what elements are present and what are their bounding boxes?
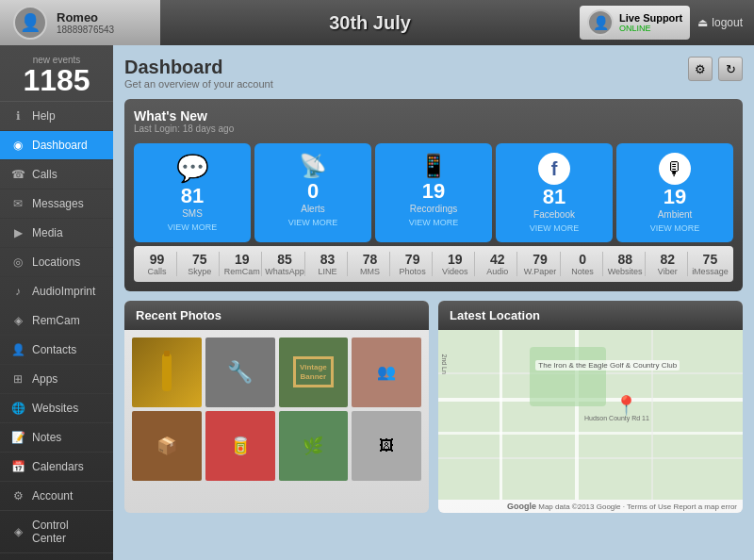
sidebar-label-audioimprint: AudioImprint bbox=[32, 285, 95, 298]
mini-stat-label: Videos bbox=[435, 267, 474, 276]
mini-stat-calls[interactable]: 99 Calls bbox=[138, 252, 177, 276]
recent-photos-panel: Recent Photos 🔧 VintageBanner � bbox=[124, 301, 429, 513]
photo-thumb[interactable]: 👥 bbox=[352, 338, 421, 407]
sidebar-label-remcam: RemCam bbox=[32, 314, 80, 327]
google-logo: Google bbox=[507, 502, 536, 511]
stat-number-facebook: 81 bbox=[543, 187, 566, 207]
mini-stat-number: 79 bbox=[393, 252, 432, 267]
sidebar-label-websites: Websites bbox=[32, 402, 78, 415]
photo-thumb[interactable]: 🖼 bbox=[352, 411, 421, 481]
live-support-badge[interactable]: 👤 Live Support ONLINE bbox=[580, 6, 690, 40]
mini-stat-label: LINE bbox=[308, 267, 347, 276]
mini-stat-photos[interactable]: 79 Photos bbox=[393, 252, 433, 276]
sidebar-item-messages[interactable]: ✉Messages bbox=[0, 189, 113, 219]
stat-label-sms: SMS bbox=[182, 208, 203, 219]
phone-icon: 📱 bbox=[419, 153, 448, 179]
photo-thumb[interactable]: VintageBanner bbox=[279, 338, 349, 407]
map-footer: Google Map data ©2013 Google · Terms of … bbox=[438, 500, 743, 513]
view-more-alerts[interactable]: VIEW MORE bbox=[288, 218, 338, 227]
mini-stat-number: 85 bbox=[265, 252, 304, 267]
stat-number-sms: 81 bbox=[181, 186, 204, 206]
photo-thumb[interactable]: 🥫 bbox=[205, 411, 275, 481]
sidebar-icon-contacts: 👤 bbox=[11, 343, 25, 356]
map-container[interactable]: The Iron & the Eagle Golf & Country Club… bbox=[438, 330, 743, 500]
facebook-icon: f bbox=[538, 153, 570, 185]
sidebar-icon-account: ⚙ bbox=[11, 489, 25, 502]
sidebar-label-messages: Messages bbox=[32, 197, 84, 210]
sidebar-item-control-center[interactable]: ◈Control Center bbox=[0, 511, 113, 553]
map-pin: 📍 bbox=[615, 394, 638, 417]
mini-stat-mms[interactable]: 78 MMS bbox=[351, 252, 390, 276]
sms-icon: 💬 bbox=[176, 153, 209, 184]
support-avatar: 👤 bbox=[587, 9, 614, 36]
stat-number-alerts: 0 bbox=[307, 181, 319, 202]
mini-stat-videos[interactable]: 19 Videos bbox=[435, 252, 475, 276]
sidebar-icon-locations: ◎ bbox=[11, 255, 25, 269]
sidebar-item-alerts[interactable]: 🔔Alerts bbox=[0, 553, 113, 560]
mini-stat-skype[interactable]: 75 Skype bbox=[180, 252, 220, 276]
sidebar-label-dashboard: Dashboard bbox=[32, 139, 88, 152]
mini-stat-viber[interactable]: 82 Viber bbox=[648, 252, 688, 276]
mini-stat-notes[interactable]: 0 Notes bbox=[564, 252, 603, 276]
sidebar-item-audioimprint[interactable]: ♪AudioImprint bbox=[0, 277, 113, 306]
mini-stat-label: Skype bbox=[180, 267, 219, 276]
photo-thumb[interactable]: 🌿 bbox=[279, 411, 349, 481]
photo-thumb[interactable] bbox=[132, 338, 202, 407]
sidebar-icon-notes: 📝 bbox=[11, 431, 25, 444]
stat-card-alerts[interactable]: 📡 0 Alerts VIEW MORE bbox=[254, 143, 371, 242]
mini-stat-audio[interactable]: 42 Audio bbox=[478, 252, 517, 276]
new-events-panel: new events 1185 bbox=[0, 45, 113, 102]
mini-stat-label: Photos bbox=[393, 267, 432, 276]
sidebar-label-media: Media bbox=[32, 226, 63, 239]
settings-button[interactable]: ⚙ bbox=[688, 57, 713, 81]
sidebar-item-help[interactable]: ℹHelp bbox=[0, 102, 113, 131]
mini-stat-wpaper[interactable]: 79 W.Paper bbox=[520, 252, 560, 276]
sidebar: new events 1185 ℹHelp◉Dashboard☎Calls✉Me… bbox=[0, 45, 113, 560]
mini-stat-imessage[interactable]: 75 iMessage bbox=[691, 252, 729, 276]
mini-stat-label: iMessage bbox=[691, 267, 729, 276]
mini-stat-line[interactable]: 83 LINE bbox=[308, 252, 348, 276]
stat-card-ambient[interactable]: 🎙 19 Ambient VIEW MORE bbox=[616, 143, 733, 242]
whats-new-section: What's New Last Login: 18 days ago 💬 81 … bbox=[124, 99, 743, 291]
online-status: ONLINE bbox=[619, 24, 682, 33]
stat-card-sms[interactable]: 💬 81 SMS VIEW MORE bbox=[134, 143, 251, 242]
view-more-recordings[interactable]: VIEW MORE bbox=[409, 218, 459, 227]
view-more-sms[interactable]: VIEW MORE bbox=[168, 222, 218, 232]
sidebar-item-apps[interactable]: ⊞Apps bbox=[0, 365, 113, 394]
stat-card-recordings[interactable]: 📱 19 Recordings VIEW MORE bbox=[375, 143, 492, 242]
logout-button[interactable]: ⏏ logout bbox=[697, 16, 743, 29]
sidebar-label-apps: Apps bbox=[32, 372, 57, 386]
photo-grid: 🔧 VintageBanner 👥 📦 🥫 bbox=[132, 338, 421, 481]
photo-thumb[interactable]: 🔧 bbox=[205, 338, 275, 407]
top-bar: 👤 Romeo 18889876543 30th July 👤 Live Sup… bbox=[0, 0, 754, 45]
mini-stat-websites[interactable]: 88 Websites bbox=[606, 252, 646, 276]
sidebar-item-locations[interactable]: ◎Locations bbox=[0, 248, 113, 277]
view-more-facebook[interactable]: VIEW MORE bbox=[530, 223, 580, 233]
mini-stat-number: 19 bbox=[435, 252, 474, 267]
mini-stat-label: RemCam bbox=[222, 267, 261, 276]
mini-stat-remcam[interactable]: 19 RemCam bbox=[222, 252, 262, 276]
sidebar-item-calendars[interactable]: 📅Calendars bbox=[0, 453, 113, 482]
sidebar-item-notes[interactable]: 📝Notes bbox=[0, 423, 113, 453]
last-login-text: Last Login: 18 days ago bbox=[134, 124, 733, 134]
support-info: Live Support ONLINE bbox=[619, 12, 682, 33]
sidebar-item-dashboard[interactable]: ◉Dashboard bbox=[0, 131, 113, 160]
user-info: Romeo 18889876543 bbox=[57, 10, 114, 35]
mini-stat-whatsapp[interactable]: 85 WhatsApp bbox=[265, 252, 305, 276]
recent-photos-header: Recent Photos bbox=[124, 301, 429, 330]
mini-stat-label: Viber bbox=[648, 267, 687, 276]
sidebar-item-websites[interactable]: 🌐Websites bbox=[0, 394, 113, 423]
sidebar-item-media[interactable]: ▶Media bbox=[0, 219, 113, 248]
sidebar-icon-websites: 🌐 bbox=[11, 402, 25, 415]
stat-card-facebook[interactable]: f 81 Facebook VIEW MORE bbox=[496, 143, 613, 242]
refresh-button[interactable]: ↻ bbox=[718, 57, 743, 81]
view-more-ambient[interactable]: VIEW MORE bbox=[650, 223, 700, 233]
mini-stat-number: 99 bbox=[138, 252, 176, 267]
sidebar-item-calls[interactable]: ☎Calls bbox=[0, 160, 113, 189]
mini-stat-number: 19 bbox=[222, 252, 261, 267]
sidebar-item-contacts[interactable]: 👤Contacts bbox=[0, 336, 113, 365]
new-events-count: 1185 bbox=[4, 65, 109, 95]
sidebar-item-account[interactable]: ⚙Account bbox=[0, 482, 113, 511]
photo-thumb[interactable]: 📦 bbox=[132, 411, 202, 481]
sidebar-item-remcam[interactable]: ◈RemCam bbox=[0, 306, 113, 336]
